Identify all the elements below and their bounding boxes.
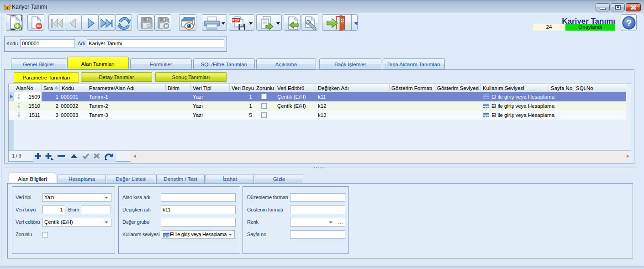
svg-text:?: ? <box>626 18 632 28</box>
svg-text:PDF: PDF <box>232 18 240 22</box>
